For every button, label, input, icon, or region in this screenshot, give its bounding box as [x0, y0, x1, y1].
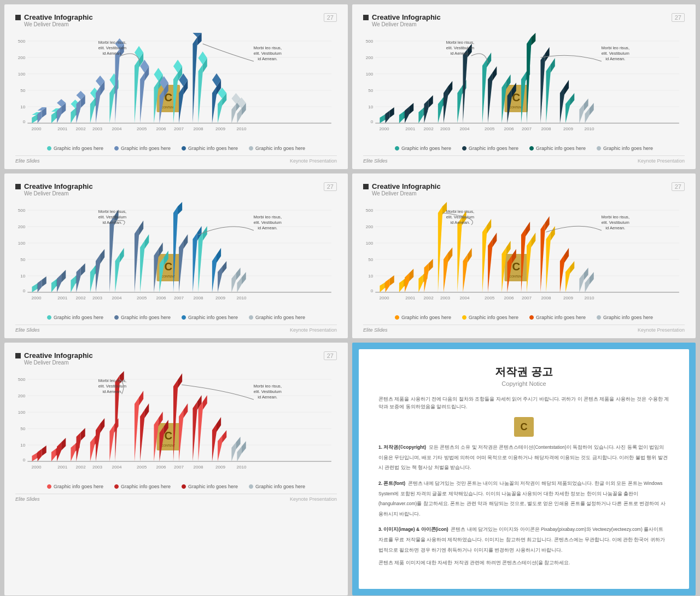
svg-marker-191 — [51, 280, 56, 292]
svg-marker-362 — [135, 397, 139, 461]
svg-marker-302 — [560, 254, 564, 292]
svg-marker-384 — [237, 447, 242, 461]
svg-marker-119 — [418, 108, 423, 123]
legend-dot-5-1 — [47, 484, 51, 489]
svg-text:2007: 2007 — [174, 296, 184, 300]
svg-marker-193 — [57, 274, 61, 292]
svg-marker-49 — [140, 73, 144, 123]
svg-text:10: 10 — [20, 105, 26, 109]
copyright-section-title-2: 2. 폰트(font) — [378, 481, 405, 486]
svg-marker-156 — [585, 108, 590, 123]
svg-marker-211 — [139, 221, 143, 235]
svg-marker-210 — [135, 227, 139, 292]
svg-marker-267 — [399, 280, 404, 292]
svg-text:2008: 2008 — [194, 296, 204, 300]
svg-text:2002: 2002 — [76, 465, 86, 470]
svg-marker-271 — [418, 275, 423, 292]
svg-text:2002: 2002 — [424, 126, 434, 131]
legend-dot-2-2 — [462, 146, 466, 151]
svg-marker-381 — [222, 430, 226, 443]
svg-marker-355 — [109, 425, 114, 461]
svg-text:Morbi leo risus,: Morbi leo risus, — [446, 209, 475, 214]
svg-text:id Aenean.: id Aenean. — [258, 56, 277, 61]
slide-3-title: Creative Infographic — [15, 182, 324, 190]
copyright-logo: C — [514, 417, 534, 437]
svg-text:2006: 2006 — [156, 296, 167, 300]
svg-text:2006: 2006 — [504, 296, 515, 300]
svg-marker-301 — [551, 226, 555, 241]
svg-text:0: 0 — [371, 119, 374, 124]
svg-text:id Aenean.: id Aenean. — [450, 220, 470, 225]
svg-text:2008: 2008 — [541, 126, 552, 131]
copyright-slide: 저작권 공고 Copyright Notice 콘텐츠 제품을 사용하기 전에 … — [352, 343, 696, 595]
title-play-icon-4 — [363, 184, 369, 189]
svg-text:10: 10 — [20, 274, 26, 279]
svg-marker-372 — [179, 410, 183, 461]
slide-2-number: 27 — [672, 13, 685, 22]
copyright-section-2: 2. 폰트(font) 콘텐츠 내에 담겨있는 것만 폰트는 내이의 나눔꼴의 … — [378, 477, 669, 518]
svg-marker-136 — [488, 73, 492, 123]
svg-marker-275 — [438, 206, 442, 292]
svg-text:2004: 2004 — [460, 296, 470, 300]
svg-marker-305 — [570, 261, 574, 274]
legend-dot-3-3 — [182, 315, 186, 320]
svg-text:2005: 2005 — [137, 465, 147, 470]
svg-marker-117 — [405, 107, 409, 123]
svg-marker-203 — [109, 216, 114, 292]
svg-text:2007: 2007 — [522, 296, 532, 300]
svg-marker-212 — [140, 241, 144, 292]
slide-2-svg: 500 200 100 50 10 0 — [363, 33, 685, 142]
svg-text:2003: 2003 — [440, 296, 451, 300]
svg-marker-353 — [96, 424, 100, 461]
svg-marker-273 — [424, 263, 429, 292]
svg-text:id Aenean.: id Aenean. — [258, 395, 277, 400]
svg-text:2008: 2008 — [194, 126, 204, 131]
svg-marker-281 — [463, 254, 467, 292]
svg-text:2005: 2005 — [137, 126, 147, 131]
svg-text:id Aenean.: id Aenean. — [605, 225, 625, 230]
svg-text:2000: 2000 — [380, 296, 390, 300]
footer-right-1: Keynote Presentation — [290, 158, 337, 164]
svg-marker-227 — [217, 248, 221, 263]
copyright-title-kr: 저작권 공고 — [378, 364, 669, 379]
svg-marker-349 — [77, 432, 81, 461]
title-play-icon-5 — [15, 353, 21, 358]
slide-5: Creative Infographic We Deliver Dream 27… — [4, 343, 348, 595]
svg-marker-221 — [183, 234, 188, 249]
svg-text:2009: 2009 — [215, 126, 226, 131]
footer-left-3: Elite Slides — [15, 327, 40, 333]
svg-text:2002: 2002 — [76, 126, 86, 131]
svg-text:2000: 2000 — [32, 296, 42, 300]
svg-text:100: 100 — [366, 72, 374, 77]
svg-text:200: 200 — [18, 394, 26, 398]
slide-5-subtitle: We Deliver Dream — [24, 360, 324, 366]
svg-marker-220 — [179, 241, 183, 292]
svg-text:100: 100 — [18, 72, 26, 77]
legend-item-4: Graphic info goes here — [249, 146, 305, 151]
legend-item-3: Graphic info goes here — [182, 146, 238, 151]
svg-text:2008: 2008 — [541, 296, 552, 300]
svg-text:200: 200 — [18, 224, 26, 229]
svg-marker-342 — [42, 445, 46, 456]
svg-marker-148 — [546, 65, 551, 123]
svg-marker-295 — [526, 222, 530, 236]
legend-item-4-3: Graphic info goes here — [529, 315, 586, 320]
svg-marker-270 — [409, 269, 413, 281]
svg-text:elit. Vestibulum: elit. Vestibulum — [254, 51, 282, 56]
svg-marker-115 — [399, 112, 404, 123]
svg-marker-224 — [199, 233, 203, 292]
svg-text:2003: 2003 — [440, 126, 451, 131]
svg-text:CONTENT: CONTENT — [510, 106, 523, 109]
copyright-title-en: Copyright Notice — [378, 380, 669, 387]
legend-item-2: Graphic info goes here — [114, 146, 171, 151]
svg-text:2009: 2009 — [563, 296, 574, 300]
svg-marker-350 — [81, 428, 85, 441]
svg-text:10: 10 — [368, 274, 374, 279]
slide-4-header: Creative Infographic We Deliver Dream 27 — [363, 182, 685, 196]
svg-marker-129 — [463, 49, 467, 123]
svg-marker-277 — [444, 253, 448, 292]
slide-4-subtitle: We Deliver Dream — [372, 190, 672, 196]
legend-dot-3-4 — [249, 315, 253, 320]
svg-marker-67 — [199, 65, 203, 123]
slide-1-svg: 500 200 100 50 10 0 — [15, 33, 337, 142]
